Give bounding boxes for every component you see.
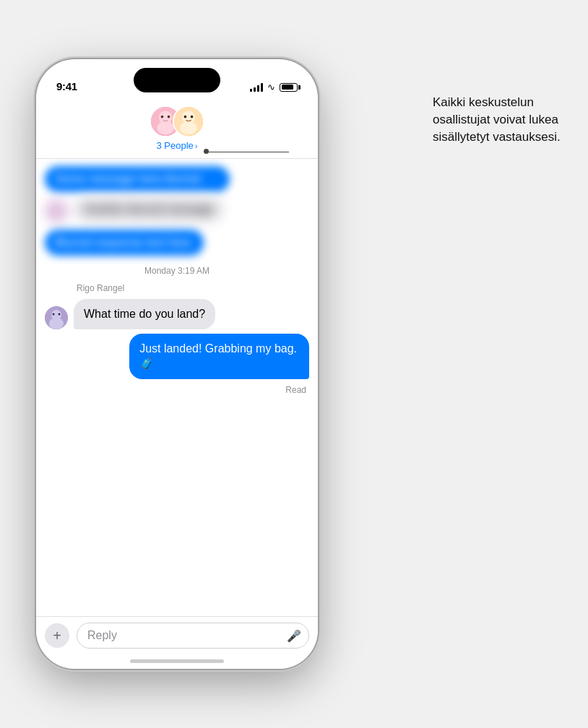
dynamic-island <box>134 68 220 92</box>
read-label: Read <box>45 385 306 395</box>
status-icons: ∿ <box>250 82 298 92</box>
svg-point-4 <box>168 116 170 118</box>
outgoing-bubble: Just landed! Grabbing my bag. 🧳 <box>129 334 309 379</box>
content-area: 3 People › Some message here blurred <box>36 98 318 669</box>
svg-point-9 <box>191 116 194 118</box>
outgoing-message-row: Just landed! Grabbing my bag. 🧳 <box>45 334 309 379</box>
svg-point-13 <box>53 313 55 315</box>
svg-point-2 <box>157 121 174 134</box>
sender-name: Rigo Rangel <box>77 283 309 293</box>
wifi-icon: ∿ <box>267 82 275 92</box>
blurred-avatar <box>45 199 68 222</box>
plus-button[interactable]: + <box>45 623 69 648</box>
annotation-line <box>206 152 289 152</box>
status-time: 9:41 <box>56 80 77 92</box>
blurred-message-1: Some message here blurred <box>45 166 309 192</box>
svg-point-7 <box>180 121 197 134</box>
incoming-bubble: What time do you land? <box>74 299 215 329</box>
people-count: 3 People <box>157 140 194 151</box>
annotation-text: Kaikki keskustelun osallistujat voivat l… <box>433 94 574 145</box>
sender-avatar <box>45 306 68 329</box>
message-timestamp: Monday 3:19 AM <box>45 266 309 276</box>
battery-icon <box>280 83 298 92</box>
avatar-2 <box>173 105 204 137</box>
reply-input-container[interactable]: Reply 🎤 <box>77 623 309 649</box>
chevron-icon: › <box>195 142 198 150</box>
avatars-row <box>150 105 204 137</box>
home-indicator <box>130 659 224 663</box>
reply-placeholder: Reply <box>87 629 117 642</box>
svg-point-8 <box>184 116 187 118</box>
svg-point-12 <box>49 318 64 329</box>
svg-point-14 <box>59 313 61 315</box>
blurred-message-3: Blurred response text here <box>45 230 309 256</box>
group-label[interactable]: 3 People › <box>157 140 198 151</box>
messages-area[interactable]: Some message here blurred Another blurre… <box>36 159 318 616</box>
iphone-frame: 9:41 ∿ <box>36 59 318 669</box>
chat-header[interactable]: 3 People › <box>36 98 318 159</box>
svg-point-3 <box>161 116 164 118</box>
blurred-message-2: Another blurred message <box>45 196 309 222</box>
incoming-message-row: What time do you land? <box>45 299 309 329</box>
signal-bars-icon <box>250 83 263 92</box>
mic-button[interactable]: 🎤 <box>287 629 301 643</box>
scene: 9:41 ∿ <box>0 0 588 728</box>
